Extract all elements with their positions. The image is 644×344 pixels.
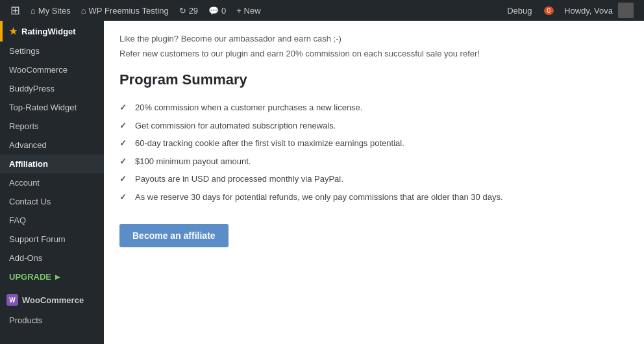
admin-bar: ⊞ ⌂ My Sites ⌂ WP Freemius Testing ↻ 29 … <box>0 0 644 21</box>
sidebar-item-top-rated-widget[interactable]: Top-Rated Widget <box>0 98 104 117</box>
notif-count: 0 <box>544 6 554 15</box>
sidebar-item-support-forum[interactable]: Support Forum <box>0 230 104 249</box>
debug-button[interactable]: Debug <box>502 0 537 21</box>
sidebar-item-affiliation[interactable]: Affiliation <box>0 154 104 173</box>
my-sites-label: My Sites <box>38 6 71 16</box>
plugin-name: RatingWidget <box>21 27 76 36</box>
sidebar-item-account[interactable]: Account <box>0 173 104 192</box>
howdy-label: Howdy, Vova <box>564 6 613 16</box>
intro-line2: Refer new customers to our plugin and ea… <box>119 49 628 58</box>
menu-items: SettingsWooCommerceBuddyPressTop-Rated W… <box>0 42 104 286</box>
comments-count: 0 <box>221 6 226 16</box>
site-name-label: WP Freemius Testing <box>89 6 169 16</box>
updates-button[interactable]: ↻ 29 <box>174 0 203 21</box>
user-menu-button[interactable]: Howdy, Vova <box>559 0 639 21</box>
checklist-item: As we reserve 30 days for potential refu… <box>119 188 628 206</box>
checklist-item: 20% commission when a customer purchases… <box>119 99 628 117</box>
wp-logo-button[interactable]: ⊞ <box>5 0 25 21</box>
main-content: Like the plugin? Become our ambassador a… <box>104 21 644 344</box>
intro-line1: Like the plugin? Become our ambassador a… <box>119 34 628 43</box>
new-label: + New <box>236 6 260 16</box>
updates-count: 29 <box>189 6 198 16</box>
home-icon: ⌂ <box>31 6 36 16</box>
program-checklist: 20% commission when a customer purchases… <box>119 99 628 206</box>
plugin2-name: WooCommerce <box>22 295 84 305</box>
site-name-button[interactable]: ⌂ WP Freemius Testing <box>76 0 174 21</box>
avatar <box>618 3 634 18</box>
sidebar-item-reports[interactable]: Reports <box>0 117 104 136</box>
debug-label: Debug <box>507 6 532 16</box>
checklist-item: Payouts are in USD and processed monthly… <box>119 170 628 188</box>
woocommerce-icon: W <box>6 294 18 306</box>
notifications-button[interactable]: 0 <box>538 0 560 21</box>
updates-icon: ↻ <box>179 6 186 16</box>
sidebar-item-advanced[interactable]: Advanced <box>0 136 104 154</box>
sidebar-item-add-ons[interactable]: Add-Ons <box>0 249 104 267</box>
checklist-item: Get commission for automated subscriptio… <box>119 117 628 135</box>
sidebar-item-contact-us[interactable]: Contact Us <box>0 192 104 211</box>
sidebar: ★ RatingWidget SettingsWooCommerceBuddyP… <box>0 21 104 344</box>
wp-wrap: ★ RatingWidget SettingsWooCommerceBuddyP… <box>0 21 644 344</box>
sidebar-item-faq[interactable]: FAQ <box>0 211 104 230</box>
site-home-icon: ⌂ <box>81 6 86 16</box>
my-sites-button[interactable]: ⌂ My Sites <box>25 0 76 21</box>
star-icon: ★ <box>9 26 18 36</box>
sidebar-item-woocommerce[interactable]: WooCommerce <box>0 60 104 79</box>
menu-items2: Products <box>0 311 104 330</box>
plugin2-header[interactable]: W WooCommerce <box>0 289 104 311</box>
sidebar-item-products[interactable]: Products <box>0 311 104 330</box>
sidebar-item-buddypress[interactable]: BuddyPress <box>0 79 104 98</box>
checklist-item: $100 minimum payout amount. <box>119 153 628 171</box>
plugin-header[interactable]: ★ RatingWidget <box>0 21 104 42</box>
sidebar-item-upgrade--[interactable]: UPGRADE ► <box>0 267 104 286</box>
sidebar-item-settings[interactable]: Settings <box>0 42 104 60</box>
checklist-item: 60-day tracking cookie after the first v… <box>119 134 628 153</box>
wp-icon: ⊞ <box>10 3 20 18</box>
become-affiliate-button[interactable]: Become an affiliate <box>119 224 229 247</box>
comments-button[interactable]: 💬 0 <box>203 0 231 21</box>
new-content-button[interactable]: + New <box>231 0 266 21</box>
comments-icon: 💬 <box>208 6 219 16</box>
section-title: Program Summary <box>119 71 628 88</box>
